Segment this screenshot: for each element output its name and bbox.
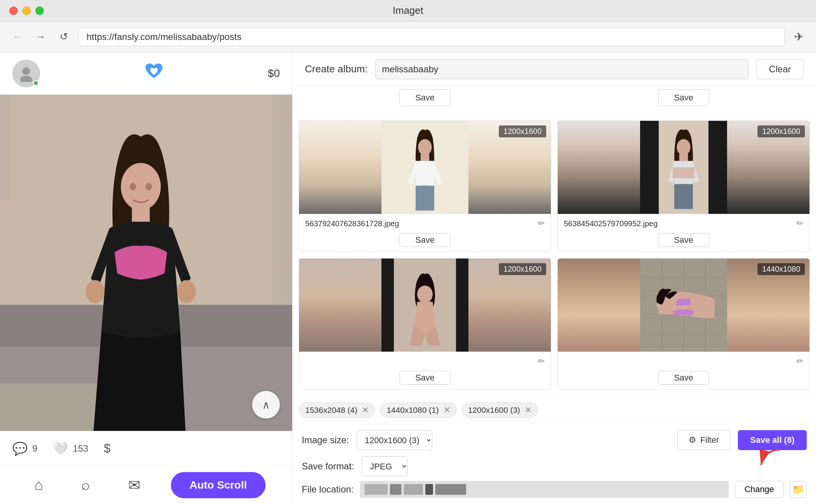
- fullscreen-button[interactable]: [35, 7, 44, 15]
- minimize-button[interactable]: [22, 7, 31, 15]
- svg-rect-28: [674, 184, 693, 209]
- svg-rect-26: [679, 154, 688, 161]
- messages-nav-item[interactable]: ✉: [120, 472, 148, 498]
- location-segment: [425, 484, 433, 495]
- top-save-button-2[interactable]: Save: [658, 89, 709, 106]
- filter-tag-label: 1200x1600 (3): [468, 406, 520, 415]
- filter-button[interactable]: ⚙ Filter: [677, 430, 730, 450]
- likes-action[interactable]: 🤍 153: [53, 441, 88, 456]
- image-info: 563792407628361728.jpeg ✏: [299, 214, 551, 233]
- filter-tag-1536[interactable]: 1536x2048 (4) ✕: [299, 402, 375, 418]
- svg-point-25: [677, 139, 691, 155]
- scroll-up-button[interactable]: ∧: [252, 391, 280, 419]
- svg-point-12: [130, 183, 136, 190]
- likes-count: 153: [73, 443, 88, 454]
- bookmark-icon[interactable]: ✈: [791, 27, 807, 47]
- search-nav-item[interactable]: ⌕: [74, 472, 98, 498]
- save-image-button-3[interactable]: Save: [400, 371, 450, 385]
- browser-panel: $0: [0, 52, 293, 504]
- remove-filter-icon[interactable]: ✕: [362, 405, 369, 415]
- auto-scroll-button[interactable]: Auto Scroll: [171, 472, 265, 498]
- avatar: [12, 60, 40, 87]
- controls-row-3: File location: Change 📁: [302, 481, 807, 498]
- edit-filename-icon[interactable]: ✏: [796, 356, 803, 366]
- image-info: ✏: [299, 352, 551, 371]
- top-save-button-1[interactable]: Save: [400, 89, 450, 106]
- svg-point-13: [145, 183, 152, 190]
- filter-tag-1440[interactable]: 1440x1080 (1) ✕: [380, 402, 456, 418]
- album-row: Create album: Clear: [293, 52, 816, 86]
- title-bar: Imaget: [0, 0, 816, 22]
- chevron-up-icon: ∧: [262, 399, 270, 411]
- image-size-select[interactable]: 1200x1600 (3): [357, 430, 432, 450]
- svg-point-8: [121, 163, 161, 210]
- reload-button[interactable]: ↺: [55, 28, 72, 45]
- image-thumbnail: 1200x1600: [558, 121, 809, 214]
- forward-icon: →: [36, 31, 46, 43]
- edit-filename-icon[interactable]: ✏: [538, 356, 545, 366]
- image-info: ✏: [558, 352, 809, 371]
- image-thumbnail: 1200x1600: [299, 121, 551, 214]
- image-dimensions: 1440x1080: [757, 263, 805, 275]
- filter-tag-1200[interactable]: 1200x1600 (3) ✕: [462, 402, 538, 418]
- image-grid: 1200x1600 563792407628361728.jpeg ✏ Save: [293, 114, 816, 396]
- location-segment: [404, 484, 423, 495]
- image-dimensions: 1200x1600: [499, 263, 546, 275]
- home-icon: ⌂: [34, 477, 43, 493]
- remove-filter-icon[interactable]: ✕: [525, 405, 532, 415]
- location-segment: [390, 484, 401, 495]
- controls-row-1: Image size: 1200x1600 (3) ⚙ Filter Save …: [302, 430, 807, 450]
- filter-icon: ⚙: [689, 435, 696, 445]
- address-bar[interactable]: [79, 28, 785, 46]
- comments-action[interactable]: 💬 9: [12, 441, 37, 456]
- image-thumbnail: 1200x1600: [299, 259, 551, 352]
- svg-rect-14: [0, 95, 9, 200]
- brand-heart-icon: [143, 60, 165, 86]
- location-segment: [365, 484, 388, 495]
- forward-button[interactable]: →: [32, 28, 49, 45]
- back-button[interactable]: ←: [9, 28, 26, 45]
- dollar-icon: $: [104, 441, 110, 456]
- close-button[interactable]: [9, 7, 18, 15]
- main-layout: $0: [0, 52, 816, 504]
- reload-icon: ↺: [60, 31, 68, 43]
- svg-point-10: [85, 280, 104, 303]
- save-image-button-1[interactable]: Save: [400, 233, 450, 247]
- image-card: 1200x1600 563845402579709952.jpeg ✏ Save: [557, 120, 810, 252]
- location-segment: [435, 484, 466, 495]
- clear-button[interactable]: Clear: [756, 59, 804, 79]
- online-indicator: [33, 80, 38, 86]
- home-nav-item[interactable]: ⌂: [27, 472, 51, 498]
- svg-point-18: [418, 139, 432, 155]
- image-dimensions: 1200x1600: [757, 125, 805, 137]
- svg-point-1: [20, 76, 32, 82]
- change-location-button[interactable]: Change: [735, 481, 784, 498]
- tip-action[interactable]: $: [104, 441, 110, 456]
- svg-rect-20: [416, 161, 434, 186]
- profile-header: $0: [0, 52, 292, 95]
- svg-rect-15: [272, 95, 292, 305]
- nav-bar: ← → ↺ ✈: [0, 22, 816, 52]
- album-input[interactable]: [375, 59, 748, 79]
- comments-count: 9: [32, 443, 37, 454]
- file-location-bar: [360, 481, 729, 498]
- image-filename: 563792407628361728.jpeg: [305, 219, 535, 228]
- traffic-lights: [9, 7, 44, 15]
- image-card: 1200x1600 563792407628361728.jpeg ✏ Save: [299, 120, 551, 252]
- folder-icon: 📁: [792, 484, 804, 496]
- save-all-button[interactable]: Save all (8): [738, 430, 807, 450]
- remove-filter-icon[interactable]: ✕: [443, 405, 450, 415]
- filter-button-label: Filter: [700, 435, 719, 445]
- edit-filename-icon[interactable]: ✏: [796, 219, 803, 229]
- balance-display: $0: [268, 67, 280, 80]
- image-filename: 563845402579709952.jpeg: [564, 219, 793, 228]
- edit-filename-icon[interactable]: ✏: [538, 219, 545, 229]
- save-image-button-4[interactable]: Save: [658, 371, 709, 385]
- save-image-button-2[interactable]: Save: [658, 233, 709, 247]
- mail-icon: ✉: [128, 477, 140, 494]
- post-actions: 💬 9 🤍 153 $: [0, 431, 292, 466]
- save-format-select[interactable]: JPEG PNG WEBP: [362, 456, 408, 476]
- controls-row-2: Save format: JPEG PNG WEBP: [302, 456, 807, 476]
- open-folder-button[interactable]: 📁: [790, 481, 807, 498]
- heart-icon: 🤍: [53, 441, 68, 456]
